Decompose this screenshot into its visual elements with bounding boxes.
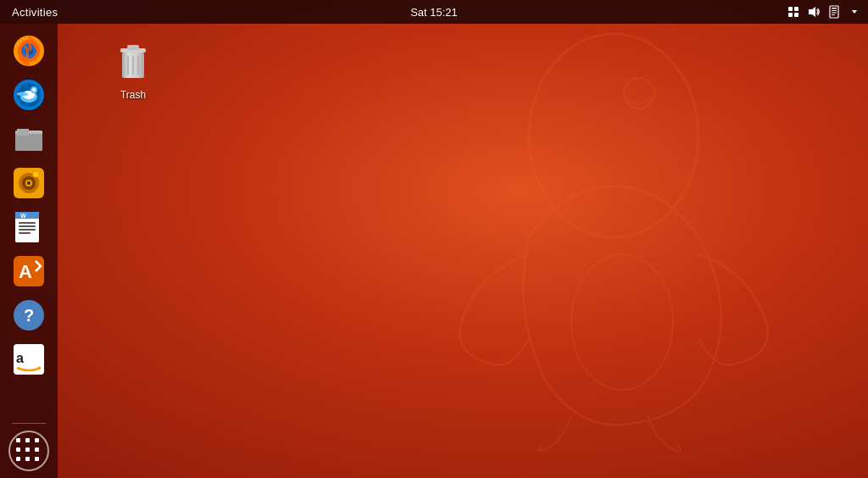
top-panel: Activities Sat 15:21 [0,0,868,24]
svg-rect-41 [15,217,39,219]
svg-rect-13 [832,10,837,11]
panel-dropdown-icon[interactable] [848,5,861,19]
svg-rect-31 [17,129,29,136]
svg-rect-12 [832,8,837,9]
desktop: Activities Sat 15:21 [0,0,868,478]
svg-rect-8 [788,13,793,17]
svg-point-2 [571,254,673,390]
svg-text:A: A [19,261,32,282]
trash-label: Trash [120,89,146,101]
svg-rect-45 [19,232,31,234]
dock-divider [12,423,46,424]
svg-rect-14 [832,13,837,14]
svg-rect-54 [127,45,139,50]
svg-rect-7 [794,7,798,11]
dock-item-amazon[interactable]: a [8,339,49,380]
activities-button[interactable]: Activities [7,6,63,19]
svg-text:?: ? [24,306,34,325]
svg-rect-15 [832,14,835,15]
trash-desktop-icon[interactable]: Trash [110,38,156,104]
svg-marker-16 [852,10,857,14]
svg-marker-10 [809,7,815,17]
dock-item-appcenter[interactable]: A [8,251,49,292]
svg-point-0 [529,34,698,237]
svg-rect-44 [19,229,36,231]
dock-item-thunderbird[interactable] [8,75,49,115]
network-icon[interactable] [787,5,800,19]
svg-text:a: a [16,351,24,365]
svg-line-4 [461,144,758,458]
svg-line-3 [376,186,800,356]
dock: W A ? a [0,24,58,478]
dock-item-rhythmbox[interactable] [8,163,49,203]
tux-watermark [376,17,800,458]
svg-rect-43 [19,225,36,227]
dock-item-files[interactable] [8,119,49,159]
svg-text:W: W [20,213,26,219]
panel-left: Activities [7,6,63,19]
show-applications-button[interactable] [8,431,49,471]
panel-clock: Sat 15:21 [410,6,458,19]
panel-right [787,5,861,19]
sound-icon[interactable] [807,5,821,19]
show-apps-grid [16,438,42,464]
svg-rect-30 [15,134,42,151]
svg-point-26 [32,88,36,92]
svg-rect-42 [19,222,36,224]
svg-rect-6 [788,7,793,11]
svg-line-5 [376,144,715,314]
svg-rect-9 [794,13,798,17]
dock-item-help[interactable]: ? [8,295,49,336]
system-icon[interactable] [827,5,841,19]
svg-point-36 [27,181,31,185]
dock-item-writer[interactable]: W [8,207,49,247]
dock-item-firefox[interactable] [8,31,49,71]
